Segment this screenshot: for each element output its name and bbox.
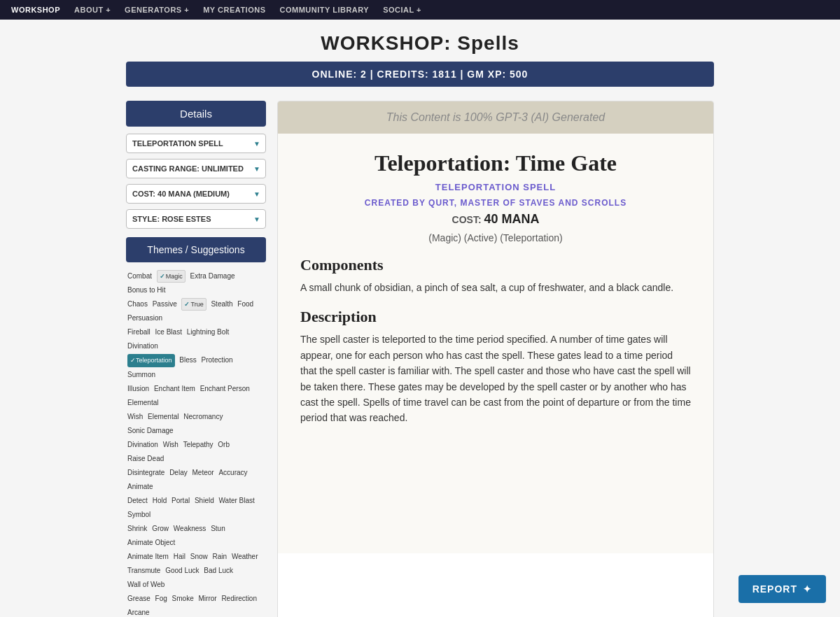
style-select[interactable]: STYLE: ROSE ESTES bbox=[126, 209, 266, 229]
tag-accuracy[interactable]: Accuracy bbox=[218, 467, 247, 479]
tag-shrink[interactable]: Shrink bbox=[127, 523, 147, 535]
spell-creator: CREATED BY QURT, MASTER OF STAVES AND SC… bbox=[300, 198, 691, 208]
tag-stun[interactable]: Stun bbox=[211, 523, 225, 535]
page-title: WORKSHOP: Spells bbox=[0, 20, 840, 62]
tag-wish[interactable]: Wish bbox=[127, 411, 143, 423]
tag-animate[interactable]: Animate bbox=[127, 481, 153, 493]
tag-water-blast[interactable]: Water Blast bbox=[219, 495, 255, 507]
tag-extra-damage[interactable]: Extra Damage bbox=[190, 270, 235, 283]
tag-true[interactable]: ✓True bbox=[181, 298, 206, 311]
tag-combat[interactable]: Combat bbox=[127, 270, 152, 283]
tag-passive[interactable]: Passive bbox=[153, 298, 177, 311]
description-title: Description bbox=[300, 308, 691, 326]
spell-title: Teleportation: Time Gate bbox=[300, 150, 691, 176]
tag-weather[interactable]: Weather bbox=[232, 551, 258, 563]
tag-telepathy[interactable]: Telepathy bbox=[183, 439, 214, 451]
tag-lightning-bolt[interactable]: Lightning Bolt bbox=[187, 326, 230, 339]
cost-select-wrapper: COST: 40 MANA (MEDIUM) bbox=[126, 184, 266, 204]
tag-wish2[interactable]: Wish bbox=[163, 439, 178, 451]
tag-animate-object[interactable]: Animate Object bbox=[127, 537, 175, 549]
tag-animate-item[interactable]: Animate Item bbox=[127, 551, 169, 563]
nav-about[interactable]: ABOUT + bbox=[74, 6, 111, 14]
nav-workshop[interactable]: WORKSHOP bbox=[11, 6, 60, 14]
tag-fireball[interactable]: Fireball bbox=[127, 326, 150, 339]
right-panel: This Content is 100% GPT-3 (AI) Generate… bbox=[277, 101, 714, 617]
tag-magic[interactable]: ✓Magic bbox=[157, 270, 186, 283]
components-title: Components bbox=[300, 256, 691, 274]
tag-good-luck[interactable]: Good Luck bbox=[165, 565, 199, 577]
casting-range-select-wrapper: CASTING RANGE: UNLIMITED bbox=[126, 159, 266, 178]
spell-type-select[interactable]: TELEPORTATION SPELL bbox=[126, 134, 266, 153]
main-layout: Details TELEPORTATION SPELL CASTING RANG… bbox=[0, 101, 840, 617]
tags-container: Combat ✓Magic Extra Damage Bonus to Hit … bbox=[126, 269, 266, 617]
tag-disintegrate[interactable]: Disintegrate bbox=[127, 467, 164, 479]
tag-detect[interactable]: Detect bbox=[127, 495, 148, 507]
tag-delay[interactable]: Delay bbox=[169, 467, 188, 479]
tag-grow[interactable]: Grow bbox=[152, 523, 169, 535]
tag-wall-of-web[interactable]: Wall of Web bbox=[127, 579, 164, 591]
tag-grease[interactable]: Grease bbox=[127, 593, 150, 605]
tag-arcane[interactable]: Arcane bbox=[127, 607, 150, 617]
top-navigation: WORKSHOP ABOUT + GENERATORS + MY CREATIO… bbox=[0, 0, 840, 20]
description-text: The spell caster is teleported to the ti… bbox=[300, 332, 691, 425]
style-select-wrapper: STYLE: ROSE ESTES bbox=[126, 209, 266, 229]
tag-rain[interactable]: Rain bbox=[213, 551, 227, 563]
tag-ice-blast[interactable]: Ice Blast bbox=[155, 326, 182, 339]
tag-food[interactable]: Food bbox=[237, 298, 253, 311]
tag-hail[interactable]: Hail bbox=[174, 551, 186, 563]
spell-type-select-wrapper: TELEPORTATION SPELL bbox=[126, 134, 266, 153]
tag-portal[interactable]: Portal bbox=[172, 495, 190, 507]
tag-bonus-to-hit[interactable]: Bonus to Hit bbox=[127, 284, 165, 297]
tag-teleportation[interactable]: ✓Teleportation bbox=[127, 354, 175, 367]
report-button[interactable]: REPORT ✦ bbox=[738, 575, 826, 603]
spell-type-label: TELEPORTATION SPELL bbox=[300, 182, 691, 192]
report-star-icon: ✦ bbox=[803, 583, 812, 595]
tag-enchant-item[interactable]: Enchant Item bbox=[154, 383, 195, 395]
components-text: A small chunk of obsidian, a pinch of se… bbox=[300, 280, 691, 295]
tag-sonic-damage[interactable]: Sonic Damage bbox=[127, 425, 174, 437]
tag-symbol[interactable]: Symbol bbox=[127, 509, 150, 521]
tag-divination[interactable]: Divination bbox=[127, 340, 158, 353]
tag-persuasion[interactable]: Persuasion bbox=[127, 312, 162, 325]
tag-elemental2[interactable]: Elemental bbox=[148, 411, 178, 423]
nav-community-library[interactable]: COMMUNITY LIBRARY bbox=[280, 6, 370, 14]
tag-shield[interactable]: Shield bbox=[195, 495, 214, 507]
ai-banner: This Content is 100% GPT-3 (AI) Generate… bbox=[278, 101, 713, 134]
nav-my-creations[interactable]: MY CREATIONS bbox=[203, 6, 265, 14]
tag-chaos[interactable]: Chaos bbox=[127, 298, 148, 311]
tag-transmute[interactable]: Transmute bbox=[127, 565, 160, 577]
status-bar: ONLINE: 2 | CREDITS: 1811 | GM XP: 500 bbox=[126, 62, 714, 87]
tag-orb[interactable]: Orb bbox=[218, 439, 230, 451]
themes-suggestions-button[interactable]: Themes / Suggestions bbox=[126, 237, 266, 262]
tag-summon[interactable]: Summon bbox=[127, 369, 155, 381]
tag-stealth[interactable]: Stealth bbox=[211, 298, 232, 311]
tag-raise-dead[interactable]: Raise Dead bbox=[127, 453, 164, 465]
tag-elemental[interactable]: Elemental bbox=[127, 397, 158, 409]
spell-cost-value: 40 MANA bbox=[484, 212, 539, 226]
tag-hold[interactable]: Hold bbox=[153, 495, 167, 507]
tag-illusion[interactable]: Illusion bbox=[127, 383, 149, 395]
spell-content: Teleportation: Time Gate TELEPORTATION S… bbox=[278, 134, 713, 553]
cost-select[interactable]: COST: 40 MANA (MEDIUM) bbox=[126, 184, 266, 204]
tag-divination2[interactable]: Divination bbox=[127, 439, 158, 451]
tag-enchant-person[interactable]: Enchant Person bbox=[200, 383, 250, 395]
tag-fog[interactable]: Fog bbox=[155, 593, 167, 605]
tag-smoke[interactable]: Smoke bbox=[172, 593, 194, 605]
tag-redirection[interactable]: Redirection bbox=[221, 593, 257, 605]
nav-social[interactable]: SOCIAL + bbox=[383, 6, 421, 14]
tag-meteor[interactable]: Meteor bbox=[192, 467, 214, 479]
tag-bad-luck[interactable]: Bad Luck bbox=[204, 565, 233, 577]
spell-cost: COST: 40 MANA bbox=[300, 212, 691, 227]
tag-snow[interactable]: Snow bbox=[190, 551, 208, 563]
tag-necromancy[interactable]: Necromancy bbox=[183, 411, 223, 423]
tag-protection[interactable]: Protection bbox=[202, 354, 233, 367]
spell-tags-line: (Magic) (Active) (Teleportation) bbox=[300, 232, 691, 243]
tag-weakness[interactable]: Weakness bbox=[174, 523, 206, 535]
tag-bless[interactable]: Bless bbox=[179, 354, 196, 367]
casting-range-select[interactable]: CASTING RANGE: UNLIMITED bbox=[126, 159, 266, 178]
left-panel: Details TELEPORTATION SPELL CASTING RANG… bbox=[126, 101, 266, 617]
tag-mirror[interactable]: Mirror bbox=[199, 593, 217, 605]
details-button[interactable]: Details bbox=[126, 101, 266, 127]
nav-generators[interactable]: GENERATORS + bbox=[125, 6, 189, 14]
